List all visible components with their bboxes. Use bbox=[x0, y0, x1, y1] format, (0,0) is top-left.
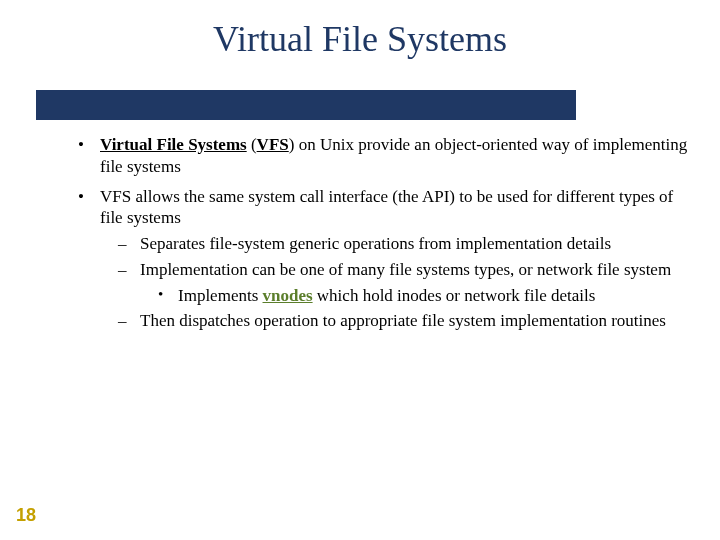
term-vfs-full: Virtual File Systems bbox=[100, 135, 247, 154]
term-vfs-abbr: VFS bbox=[257, 135, 289, 154]
subbullet-implementation: Implementation can be one of many file s… bbox=[114, 259, 690, 307]
slide: Virtual File Systems Virtual File System… bbox=[0, 0, 720, 540]
title-underline-bar bbox=[36, 90, 576, 120]
page-number: 18 bbox=[16, 505, 36, 526]
term-vnodes: vnodes bbox=[263, 286, 313, 305]
bullet-vfs-intro: Virtual File Systems (VFS) on Unix provi… bbox=[78, 134, 690, 178]
slide-title: Virtual File Systems bbox=[0, 18, 720, 60]
slide-content: Virtual File Systems (VFS) on Unix provi… bbox=[78, 134, 690, 340]
subsubbullet-vnodes: Implements vnodes which hold inodes or n… bbox=[156, 285, 690, 307]
subbullet-dispatch: Then dispatches operation to appropriate… bbox=[114, 310, 690, 332]
bullet-vfs-api: VFS allows the same system call interfac… bbox=[78, 186, 690, 333]
subbullet-separates: Separates file-system generic operations… bbox=[114, 233, 690, 255]
